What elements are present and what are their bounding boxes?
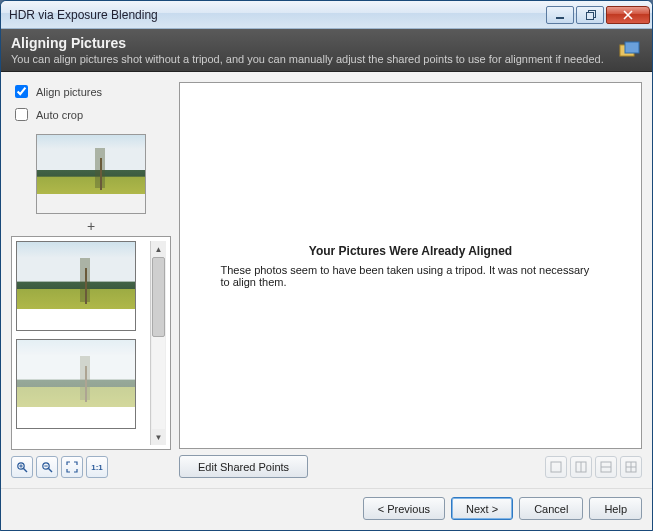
actual-size-button[interactable]: 1:1 — [86, 456, 108, 478]
single-pane-icon — [550, 461, 562, 473]
align-pictures-label: Align pictures — [36, 86, 102, 98]
wizard-footer: < Previous Next > Cancel Help — [1, 488, 652, 530]
zoom-toolbar: 1:1 — [11, 456, 171, 478]
maximize-button[interactable] — [576, 6, 604, 24]
svg-rect-9 — [551, 462, 561, 472]
svg-line-7 — [49, 469, 53, 473]
thumbnail-list: ▲ ▼ — [11, 236, 171, 450]
zoom-in-button[interactable] — [11, 456, 33, 478]
scroll-thumb[interactable] — [152, 257, 165, 337]
help-button[interactable]: Help — [589, 497, 642, 520]
layout-grid-button[interactable] — [620, 456, 642, 478]
combine-symbol: + — [11, 218, 171, 234]
layout-toolbar — [545, 456, 642, 478]
thumbnail-scrollbar[interactable]: ▲ ▼ — [150, 241, 166, 445]
next-button[interactable]: Next > — [451, 497, 513, 520]
zoom-in-icon — [16, 461, 28, 473]
thumbnail-item[interactable] — [16, 241, 136, 331]
align-pictures-checkbox[interactable] — [15, 85, 28, 98]
close-icon — [623, 10, 633, 20]
options: Align pictures Auto crop — [11, 82, 171, 128]
layers-icon — [618, 40, 642, 60]
left-panel: Align pictures Auto crop + ▲ ▼ — [11, 82, 171, 478]
thumbnails — [16, 241, 150, 445]
layout-vertical-button[interactable] — [570, 456, 592, 478]
main-panel: Your Pictures Were Already Aligned These… — [179, 82, 642, 478]
thumbnail-item[interactable] — [16, 339, 136, 429]
layout-horizontal-button[interactable] — [595, 456, 617, 478]
scroll-up-button[interactable]: ▲ — [151, 241, 166, 257]
main-toolbar: Edit Shared Points — [179, 455, 642, 478]
split-vertical-icon — [575, 461, 587, 473]
auto-crop-option[interactable]: Auto crop — [11, 105, 171, 124]
status-body: These photos seem to have been taken usi… — [221, 264, 601, 288]
scroll-down-button[interactable]: ▼ — [151, 429, 166, 445]
dialog-window: HDR via Exposure Blending Aligning Pictu… — [0, 0, 653, 531]
zoom-out-button[interactable] — [36, 456, 58, 478]
previous-button[interactable]: < Previous — [363, 497, 445, 520]
cancel-button[interactable]: Cancel — [519, 497, 583, 520]
window-controls — [544, 6, 650, 24]
titlebar[interactable]: HDR via Exposure Blending — [1, 1, 652, 29]
split-horizontal-icon — [600, 461, 612, 473]
window-title: HDR via Exposure Blending — [9, 8, 544, 22]
auto-crop-checkbox[interactable] — [15, 108, 28, 121]
step-header: Aligning Pictures You can align pictures… — [1, 29, 652, 72]
preview-viewport: Your Pictures Were Already Aligned These… — [179, 82, 642, 449]
align-pictures-option[interactable]: Align pictures — [11, 82, 171, 101]
minimize-button[interactable] — [546, 6, 574, 24]
edit-shared-points-button[interactable]: Edit Shared Points — [179, 455, 308, 478]
status-message: Your Pictures Were Already Aligned These… — [221, 244, 601, 288]
fit-screen-button[interactable] — [61, 456, 83, 478]
auto-crop-label: Auto crop — [36, 109, 83, 121]
status-title: Your Pictures Were Already Aligned — [221, 244, 601, 258]
fit-screen-icon — [66, 461, 78, 473]
ratio-1-1-icon: 1:1 — [91, 463, 103, 472]
svg-line-3 — [24, 469, 28, 473]
zoom-out-icon — [41, 461, 53, 473]
layout-single-button[interactable] — [545, 456, 567, 478]
grid-icon — [625, 461, 637, 473]
step-subtitle: You can align pictures shot without a tr… — [11, 53, 618, 65]
dialog-body: Align pictures Auto crop + ▲ ▼ — [1, 72, 652, 488]
close-button[interactable] — [606, 6, 650, 24]
step-title: Aligning Pictures — [11, 35, 618, 51]
svg-rect-1 — [625, 42, 639, 53]
primary-thumbnail[interactable] — [36, 134, 146, 214]
